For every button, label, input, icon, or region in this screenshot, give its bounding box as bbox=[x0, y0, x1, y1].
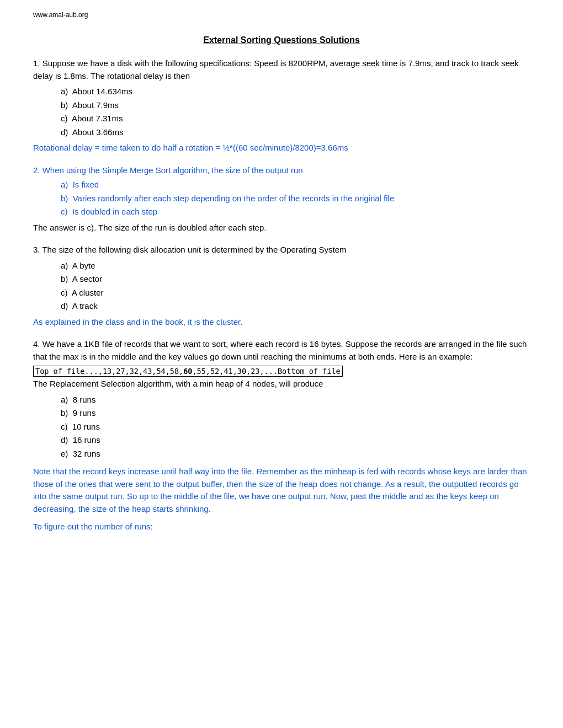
q3-option-d: d) A track bbox=[61, 300, 530, 313]
question-2: 2. When using the Simple Merge Sort algo… bbox=[33, 164, 530, 234]
q3-option-a: a) A byte bbox=[61, 260, 530, 272]
q2-option-c: c) Is doubled in each step bbox=[61, 206, 530, 218]
q4-answer-para2: To figure out the number of runs: bbox=[33, 521, 530, 533]
q1-text: 1. Suppose we have a disk with the follo… bbox=[33, 57, 530, 82]
q1-answer: Rotational delay = time taken to do half… bbox=[33, 142, 530, 154]
q1-option-a: a) About 14.634ms bbox=[61, 85, 530, 98]
q3-option-b: b) A sector bbox=[61, 273, 530, 286]
q2-answer: The answer is c). The size of the run is… bbox=[33, 222, 530, 234]
q4-option-d: d) 16 runs bbox=[61, 434, 530, 447]
q1-option-b: b) About 7.9ms bbox=[61, 99, 530, 112]
q4-option-e: e) 32 runs bbox=[61, 448, 530, 461]
q2-text: 2. When using the Simple Merge Sort algo… bbox=[33, 164, 530, 177]
q3-answer: As explained in the class and in the boo… bbox=[33, 316, 530, 329]
q4-option-b: b) 9 runs bbox=[61, 407, 530, 420]
q4-options: a) 8 runs b) 9 runs c) 10 runs d) 16 run… bbox=[61, 394, 530, 461]
question-3: 3. The size of the following disk alloca… bbox=[33, 244, 530, 328]
q1-options: a) About 14.634ms b) About 7.9ms c) Abou… bbox=[61, 85, 530, 138]
q3-text: 3. The size of the following disk alloca… bbox=[33, 244, 530, 256]
q4-answer-para1: Note that the record keys increase until… bbox=[33, 465, 530, 515]
website-url: www.amal-aub.org bbox=[33, 11, 530, 19]
q1-option-d: d) About 3.66ms bbox=[61, 126, 530, 139]
q1-option-c: c) About 7.31ms bbox=[61, 113, 530, 125]
question-4: 4. We have a 1KB file of records that we… bbox=[33, 338, 530, 533]
q4-code-line: Top of file...,13,27,32,43,54,58,60,55,5… bbox=[33, 366, 530, 376]
question-1: 1. Suppose we have a disk with the follo… bbox=[33, 57, 530, 154]
q4-option-a: a) 8 runs bbox=[61, 394, 530, 406]
page-title: External Sorting Questions Solutions bbox=[33, 35, 530, 45]
q4-intro: 4. We have a 1KB file of records that we… bbox=[33, 338, 530, 363]
q2-option-a: a) Is fixed bbox=[61, 179, 530, 191]
q2-options: a) Is fixed b) Varies randomly after eac… bbox=[61, 179, 530, 218]
q4-option-c: c) 10 runs bbox=[61, 421, 530, 433]
q2-option-b: b) Varies randomly after each step depen… bbox=[61, 192, 530, 205]
q3-option-c: c) A cluster bbox=[61, 287, 530, 299]
q4-subtext: The Replacement Selection algorithm, wit… bbox=[33, 378, 530, 390]
q3-options: a) A byte b) A sector c) A cluster d) A … bbox=[61, 260, 530, 313]
